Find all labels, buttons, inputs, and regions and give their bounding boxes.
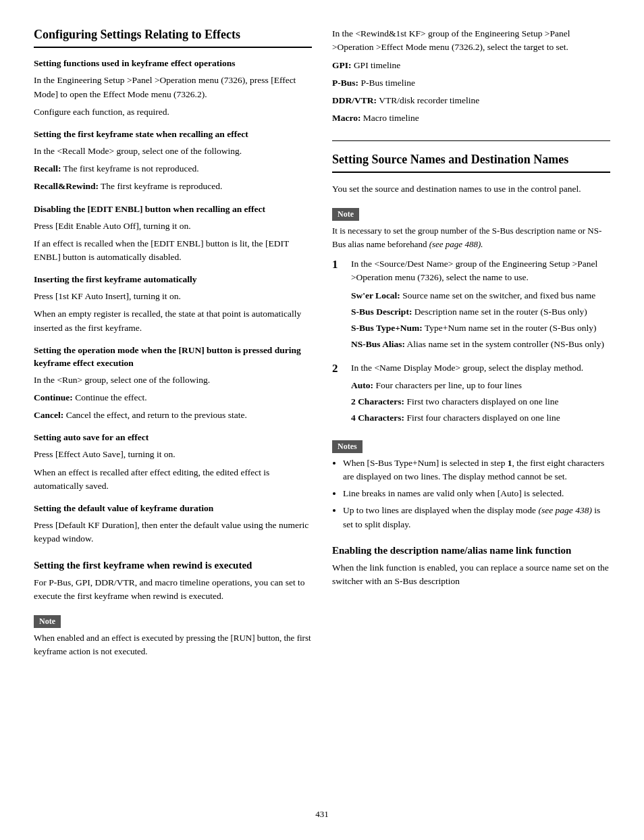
sub3-heading: Inserting the first keyframe automatical… — [34, 273, 312, 286]
sub1-heading: Setting the first keyframe state when re… — [34, 128, 312, 141]
section1-heading: Setting functions used in keyframe effec… — [34, 57, 312, 70]
sbustype-label: S-Bus Type+Num: — [351, 323, 423, 333]
sub4-heading: Setting the operation mode when the [RUN… — [34, 344, 312, 370]
section3-title: Setting Source Names and Destination Nam… — [332, 152, 610, 173]
right-top-intro: In the <Rewind&1st KF> group of the Engi… — [332, 27, 610, 55]
section2-intro: For P-Bus, GPI, DDR/VTR, and macro timel… — [34, 576, 312, 604]
sub2-line2: If an effect is recalled when the [EDIT … — [34, 237, 312, 265]
sub1-body: In the <Recall Mode> group, select one o… — [34, 145, 312, 158]
step1-item: 1 In the <Source/Dest Name> group of the… — [332, 257, 610, 355]
two-label: 2 Characters: — [351, 396, 404, 406]
sub2-heading: Disabling the [EDIT ENBL] button when re… — [34, 203, 312, 216]
step1-sbus: S-Bus Descript: Description name set in … — [351, 305, 610, 319]
step1-content: In the <Source/Dest Name> group of the E… — [351, 257, 610, 355]
section1-intro2: Configure each function, as required. — [34, 105, 312, 119]
sub4-line1: In the <Run> group, select one of the fo… — [34, 373, 312, 387]
recallrewind-label: Recall&Rewind: — [34, 181, 99, 191]
page: Configuring Settings Relating to Effects… — [0, 0, 644, 840]
sub6-heading: Setting the default value of keyframe du… — [34, 502, 312, 515]
step1-sub-items: Sw'er Local: Source name set on the swit… — [351, 289, 610, 352]
note-content: When enabled and an effect is executed b… — [34, 631, 312, 658]
right-gpi: GPI: GPI timeline — [332, 59, 610, 72]
sub2-line1: Press [Edit Enable Auto Off], turning it… — [34, 219, 312, 233]
step1-sw: Sw'er Local: Source name set on the swit… — [351, 289, 610, 303]
continue-text: Continue the effect. — [73, 392, 147, 402]
pbus-text: P-Bus timeline — [358, 78, 415, 88]
sub5-heading: Setting auto save for an effect — [34, 431, 312, 444]
note-box-container: Note When enabled and an effect is execu… — [34, 610, 312, 658]
sbus-label: S-Bus Descript: — [351, 307, 412, 317]
cancel-label: Cancel: — [34, 410, 63, 420]
step2-auto: Auto: Four characters per line, up to fo… — [351, 379, 610, 392]
step1-nsbus: NS-Bus Alias: Alias name set in the syst… — [351, 338, 610, 351]
right-ddr: DDR/VTR: VTR/disk recorder timeline — [332, 94, 610, 107]
step1-text: In the <Source/Dest Name> group of the E… — [351, 257, 610, 285]
section2-heading: Setting the first keyframe when rewind i… — [34, 558, 312, 573]
step2-two: 2 Characters: First two characters displ… — [351, 395, 610, 409]
auto-label: Auto: — [351, 380, 373, 390]
recall-label: Recall: — [34, 163, 61, 174]
two-text: First two characters displayed on one li… — [404, 396, 558, 406]
recallrewind-text: The first keyframe is reproduced. — [99, 181, 222, 191]
ddr-text: VTR/disk recorder timeline — [377, 95, 479, 105]
right-column: In the <Rewind&1st KF> group of the Engi… — [332, 27, 610, 664]
gpi-text: GPI timeline — [352, 60, 401, 70]
notes-list: When [S-Bus Type+Num] is selected in ste… — [343, 456, 610, 531]
four-text: First four characters displayed on one l… — [404, 413, 560, 423]
step2-num: 2 — [332, 361, 344, 428]
note-item-3: Up to two lines are displayed when the d… — [343, 504, 610, 531]
sub1-recallrewind: Recall&Rewind: The first keyframe is rep… — [34, 180, 312, 193]
ddr-label: DDR/VTR: — [332, 95, 377, 105]
sub3-line1: Press [1st KF Auto Insert], turning it o… — [34, 290, 312, 303]
page-number: 431 — [0, 809, 644, 820]
sbustype-text: Type+Num name set in the router (S-Bus o… — [423, 323, 597, 333]
right-pbus: P-Bus: P-Bus timeline — [332, 76, 610, 90]
section4-intro: When the link function is enabled, you c… — [332, 561, 610, 589]
step2-four: 4 Characters: First four characters disp… — [351, 411, 610, 425]
step1-num: 1 — [332, 257, 344, 355]
note2-label: Note — [332, 208, 359, 221]
continue-label: Continue: — [34, 392, 73, 402]
note2-box-container: Note It is necessary to set the group nu… — [332, 203, 610, 251]
section1-intro: In the Engineering Setup >Panel >Operati… — [34, 74, 312, 101]
nsbus-text: Alias name set in the system controller … — [405, 339, 604, 349]
auto-text: Four characters per line, up to four lin… — [373, 380, 522, 390]
gpi-label: GPI: — [332, 60, 352, 70]
note-item-3-text: Up to two lines are displayed when the d… — [343, 505, 600, 529]
main-title: Configuring Settings Relating to Effects — [34, 27, 312, 48]
four-label: 4 Characters: — [351, 413, 404, 423]
left-column: Configuring Settings Relating to Effects… — [34, 27, 312, 664]
note-item-1: When [S-Bus Type+Num] is selected in ste… — [343, 456, 610, 484]
sbus-text: Description name set in the router (S-Bu… — [412, 307, 587, 317]
nsbus-label: NS-Bus Alias: — [351, 339, 405, 349]
sw-text: Source name set on the switcher, and fix… — [400, 290, 595, 300]
notes-box-container: Notes When [S-Bus Type+Num] is selected … — [332, 435, 610, 531]
sub4-cancel: Cancel: Cancel the effect, and return to… — [34, 409, 312, 422]
note2-content: It is necessary to set the group number … — [332, 224, 610, 251]
right-macro: Macro: Macro timeline — [332, 111, 610, 125]
macro-text: Macro timeline — [360, 113, 419, 123]
pbus-label: P-Bus: — [332, 78, 358, 88]
step2-sub-items: Auto: Four characters per line, up to fo… — [351, 379, 610, 425]
section3-intro: You set the source and destination names… — [332, 182, 610, 196]
cancel-text: Cancel the effect, and return to the pre… — [63, 410, 247, 420]
step2-text: In the <Name Display Mode> group, select… — [351, 361, 610, 375]
step2-content: In the <Name Display Mode> group, select… — [351, 361, 610, 428]
note2-italic: (see page 488). — [429, 239, 483, 249]
sub5-line1: Press [Effect Auto Save], turning it on. — [34, 448, 312, 461]
sw-label: Sw'er Local: — [351, 290, 400, 300]
notes-label: Notes — [332, 440, 363, 453]
macro-label: Macro: — [332, 113, 360, 123]
section4-heading: Enabling the description name/alias name… — [332, 544, 610, 558]
note-label: Note — [34, 615, 61, 628]
recall-text: The first keyframe is not reproduced. — [61, 163, 198, 174]
step2-item: 2 In the <Name Display Mode> group, sele… — [332, 361, 610, 428]
step1-sbustype: S-Bus Type+Num: Type+Num name set in the… — [351, 321, 610, 335]
sub1-recall: Recall: The first keyframe is not reprod… — [34, 162, 312, 176]
sub6-line1: Press [Default KF Duration], then enter … — [34, 519, 312, 546]
note-item-2: Line breaks in names are valid only when… — [343, 487, 610, 500]
right-top: In the <Rewind&1st KF> group of the Engi… — [332, 27, 610, 141]
sub3-line2: When an empty register is recalled, the … — [34, 307, 312, 335]
sub4-continue: Continue: Continue the effect. — [34, 391, 312, 404]
note-item-1-text: When [S-Bus Type+Num] is selected in ste… — [343, 458, 604, 481]
